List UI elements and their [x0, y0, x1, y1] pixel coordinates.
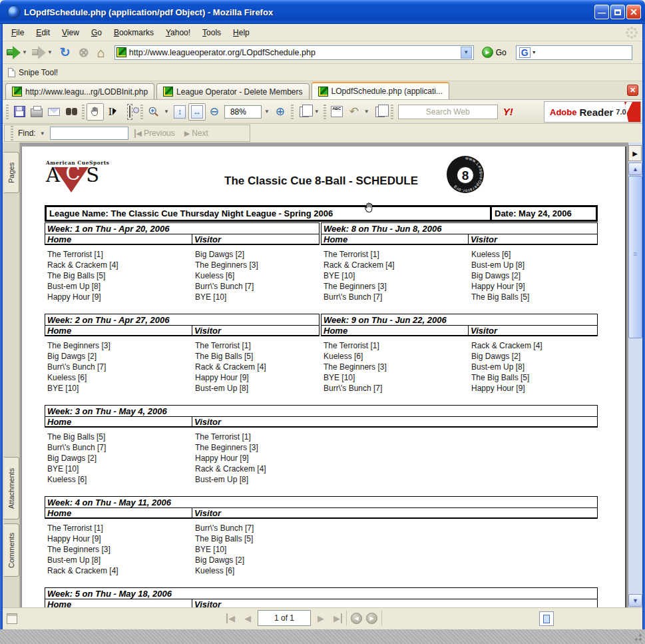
zoom-tool-dropdown-icon[interactable]: ▼ — [164, 109, 169, 115]
home-icon[interactable]: ⌂ — [95, 46, 108, 59]
single-page-layout-button[interactable] — [539, 611, 554, 626]
visitor-header: Visitor — [192, 508, 597, 517]
toolbar-grip[interactable] — [6, 105, 9, 119]
scrollbar-thumb[interactable] — [628, 176, 642, 338]
save-button[interactable] — [11, 103, 28, 121]
toolbar-grip[interactable] — [391, 105, 393, 119]
previous-page-button[interactable]: ◀ — [242, 613, 254, 623]
search-engine-icon[interactable]: G — [519, 47, 531, 58]
menu-edit[interactable]: Edit — [30, 26, 56, 39]
find-previous-button[interactable]: ◀Previous — [131, 129, 178, 138]
next-page-button[interactable]: ▶ — [315, 613, 327, 623]
pdf-page: American CueSports A C S The Classic Cue… — [21, 147, 626, 607]
forward-button[interactable] — [32, 46, 46, 59]
tab-lopdfschedule-active[interactable]: LOpdfSchedule.php (applicati... — [312, 82, 449, 99]
resize-grip-icon[interactable] — [634, 633, 642, 641]
menu-view[interactable]: View — [56, 26, 85, 39]
create-pdf-dropdown-icon[interactable]: ▼ — [314, 109, 320, 115]
back-button[interactable] — [7, 46, 21, 59]
home-team-list: The Beginners [3]Big Dawgs [2]Burr\'s Bu… — [45, 341, 192, 394]
address-bar[interactable]: ▼ — [114, 45, 474, 60]
previous-view-button[interactable]: ◀ — [351, 613, 362, 624]
back-dropdown-icon[interactable]: ▼ — [22, 49, 27, 55]
zoom-level-select[interactable]: 88% — [224, 105, 262, 119]
snapshot-tool-button[interactable] — [121, 103, 138, 121]
stop-icon[interactable]: ⊗ — [76, 46, 92, 59]
team-name: Happy Hour [9] — [47, 534, 192, 545]
menu-go[interactable]: Go — [85, 26, 108, 39]
toolbar-grip[interactable] — [11, 126, 13, 141]
team-name: Burr\'s Bunch [7] — [195, 523, 598, 534]
copy-pages-button[interactable] — [371, 103, 389, 121]
zoom-out-button[interactable]: ⊖ — [206, 103, 223, 121]
create-pdf-button[interactable] — [296, 103, 313, 121]
minimize-button[interactable]: — — [594, 5, 609, 19]
team-name: BYE [10] — [323, 271, 468, 282]
yahoo-icon[interactable]: Y! — [501, 106, 516, 117]
reload-icon[interactable]: ↻ — [57, 46, 73, 59]
menu-file[interactable]: File — [5, 26, 30, 39]
maximize-button[interactable] — [610, 5, 625, 19]
url-input[interactable] — [129, 48, 461, 57]
sidebar-tab-comments[interactable]: Comments — [4, 523, 19, 577]
go-button[interactable]: ▶ Go — [482, 47, 507, 58]
statusbar-menu-icon[interactable] — [7, 613, 17, 624]
toolbar-grip[interactable] — [140, 105, 143, 119]
bookmark-snipe-tool[interactable]: Snipe Tool! — [19, 68, 58, 77]
week-3-table: Week: 3 on Thu - May 4, 2006 Home Visito… — [45, 405, 598, 485]
next-view-button[interactable]: ▶ — [366, 613, 377, 624]
toolbar-grip[interactable] — [291, 105, 294, 119]
menu-yahoo[interactable]: Yahoo! — [160, 26, 196, 39]
zoom-in-button[interactable]: ⊕ — [272, 103, 289, 121]
tab-close-icon[interactable]: ✕ — [627, 85, 638, 96]
spellcheck-button[interactable]: ABC — [328, 103, 345, 121]
team-name: Big Dawgs [2] — [47, 454, 192, 464]
reply-button[interactable]: ↶ — [345, 103, 363, 121]
toolbar-grip[interactable] — [323, 105, 326, 119]
find-next-button[interactable]: ▶Next — [181, 129, 212, 138]
email-button[interactable] — [45, 103, 63, 121]
team-name: The Beginners [3] — [323, 282, 468, 292]
search-button[interactable] — [63, 103, 80, 121]
find-dropdown-icon[interactable]: ▼ — [40, 131, 45, 137]
find-input[interactable] — [50, 127, 128, 140]
hand-tool-button[interactable] — [87, 103, 104, 121]
select-text-tool-button[interactable]: I — [104, 103, 121, 121]
url-history-dropdown-icon[interactable]: ▼ — [461, 47, 472, 59]
menu-help[interactable]: Help — [227, 26, 256, 39]
last-page-button[interactable]: ▶ — [331, 613, 342, 623]
vertical-scrollbar[interactable]: ▶ ▲ ▼ — [628, 143, 642, 607]
fit-page-button[interactable]: ↕ — [171, 103, 188, 121]
yahoo-search-input[interactable]: Search Web — [398, 105, 498, 119]
reply-dropdown-icon[interactable]: ▼ — [364, 109, 369, 115]
tab-bar: http://www.leagu...rg/LODBInit.php Leagu… — [3, 81, 642, 100]
menu-bookmarks[interactable]: Bookmarks — [108, 26, 160, 39]
window-bottom-strip — [0, 629, 645, 644]
zoom-level-dropdown-icon[interactable]: ▼ — [264, 109, 270, 115]
menu-tools[interactable]: Tools — [196, 26, 227, 39]
sidebar-tab-pages[interactable]: Pages — [4, 152, 19, 193]
sidebar-tab-attachments[interactable]: Attachments — [4, 457, 19, 519]
fit-width-button[interactable]: ↔ — [188, 103, 206, 121]
page-indicator[interactable]: 1 of 1 — [258, 610, 311, 626]
week-title: Week: 1 on Thu - Apr 20, 2006 — [45, 222, 320, 234]
web-search-box[interactable]: G ▼ — [516, 45, 632, 60]
scroll-up-icon[interactable]: ▲ — [628, 162, 642, 175]
tab-delete-members[interactable]: League Operator - Delete Members — [156, 83, 309, 99]
print-button[interactable] — [28, 103, 45, 121]
team-name: Bust-em Up [8] — [47, 555, 192, 566]
menu-bar: File Edit View Go Bookmarks Yahoo! Tools… — [3, 24, 642, 41]
home-header: Home — [45, 326, 192, 335]
close-button[interactable]: ✕ — [626, 5, 641, 19]
pane-expand-icon[interactable]: ▶ — [628, 145, 642, 161]
bookmarks-toolbar: Snipe Tool! — [3, 64, 642, 81]
window-border-right — [642, 24, 645, 629]
scroll-down-icon[interactable]: ▼ — [628, 594, 642, 607]
team-name: The Beginners [3] — [195, 260, 320, 271]
tab-lodbinit[interactable]: http://www.leagu...rg/LODBInit.php — [5, 83, 154, 99]
toolbar-grip[interactable] — [82, 105, 85, 119]
zoom-tool-button[interactable] — [145, 103, 162, 121]
search-engine-dropdown-icon[interactable]: ▼ — [532, 50, 537, 55]
first-page-button[interactable]: ◀ — [226, 613, 238, 623]
forward-dropdown-icon[interactable]: ▼ — [47, 49, 53, 55]
